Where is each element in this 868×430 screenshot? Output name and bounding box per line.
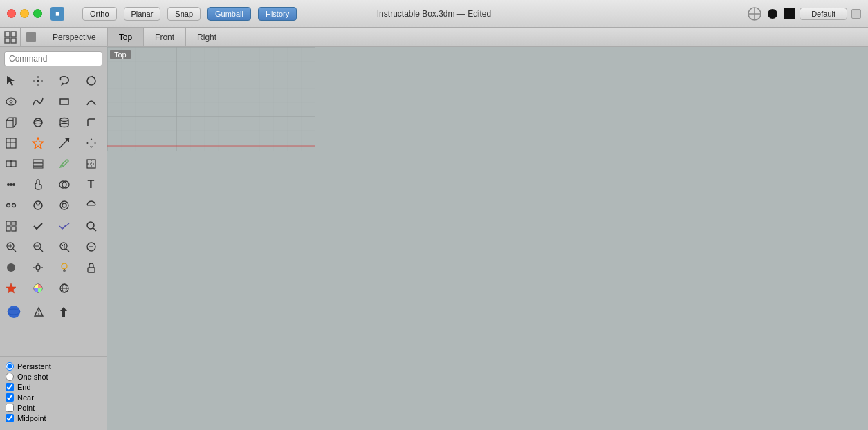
edit-tool[interactable] xyxy=(53,153,75,174)
target-tool[interactable] xyxy=(53,195,75,216)
midpoint-checkbox[interactable] xyxy=(6,414,14,422)
grid-sel-tool[interactable] xyxy=(0,216,22,236)
explode-tool[interactable] xyxy=(27,133,49,153)
view-rotate-tool[interactable] xyxy=(0,91,22,112)
planar-button[interactable]: Planar xyxy=(124,7,161,21)
cylinder-tool[interactable] xyxy=(53,112,75,133)
arrow-tool[interactable] xyxy=(53,133,75,153)
magnify-tool[interactable] xyxy=(80,216,102,236)
maximize-button[interactable] xyxy=(33,9,42,18)
persistent-label: Persistent xyxy=(17,362,51,371)
check2-tool[interactable] xyxy=(53,216,75,236)
svg-rect-78 xyxy=(88,268,95,272)
tab-right[interactable]: Right xyxy=(186,28,228,46)
svg-point-24 xyxy=(60,118,68,122)
svg-point-46 xyxy=(12,204,16,207)
viewport[interactable]: Top xyxy=(107,47,868,430)
svg-rect-9 xyxy=(26,32,36,42)
lasso-tool[interactable] xyxy=(53,71,75,91)
layer-tool[interactable] xyxy=(27,153,49,174)
grid-view-icon[interactable] xyxy=(0,28,21,46)
star-fill-tool[interactable] xyxy=(0,278,22,299)
history-button[interactable]: History xyxy=(258,7,297,21)
persistent-radio[interactable] xyxy=(6,362,14,371)
sphere2-tool[interactable] xyxy=(0,257,22,278)
end-label: End xyxy=(17,383,31,391)
svg-line-58 xyxy=(13,249,16,252)
dotdot-tool[interactable] xyxy=(0,174,22,195)
view-selector[interactable]: Default xyxy=(800,8,847,20)
point-checkbox[interactable] xyxy=(6,404,14,412)
layout-icon[interactable] xyxy=(21,28,41,46)
zoom-pan-tool[interactable] xyxy=(53,236,75,257)
magnify2-tool[interactable] xyxy=(80,236,102,257)
rotate-tool[interactable] xyxy=(80,71,102,91)
svg-rect-28 xyxy=(6,138,16,148)
arrow-up-tool[interactable] xyxy=(53,301,75,322)
fillet-tool[interactable] xyxy=(80,112,102,133)
svg-rect-34 xyxy=(33,160,43,162)
boolean-tool[interactable] xyxy=(53,174,75,195)
group-tool[interactable] xyxy=(0,153,22,174)
traffic-lights xyxy=(7,9,42,18)
grid: x y xyxy=(107,47,315,151)
svg-rect-52 xyxy=(12,221,16,225)
tab-top[interactable]: Top xyxy=(108,28,144,46)
lock-tool[interactable] xyxy=(80,257,102,278)
titlebar: ■ Ortho Planar Snap Gumball History Inst… xyxy=(0,0,868,28)
grab-tool[interactable] xyxy=(27,174,49,195)
half-circle-tool[interactable] xyxy=(80,195,102,216)
close-button[interactable] xyxy=(7,9,16,18)
svg-rect-87 xyxy=(107,47,315,151)
bulb-tool[interactable] xyxy=(53,257,75,278)
svg-point-40 xyxy=(7,183,10,186)
svg-rect-19 xyxy=(6,120,13,127)
globe-tool[interactable] xyxy=(53,278,75,299)
zoom-tool[interactable] xyxy=(0,236,22,257)
command-input[interactable] xyxy=(4,51,102,66)
tab-perspective[interactable]: Perspective xyxy=(41,28,108,46)
arc-tool[interactable] xyxy=(80,91,102,112)
svg-point-48 xyxy=(60,201,68,209)
select-tool[interactable] xyxy=(0,71,22,91)
orient-tool[interactable] xyxy=(80,153,102,174)
snap-panel: Persistent One shot End Near Point Midpo… xyxy=(0,356,107,430)
sphere-tool[interactable] xyxy=(27,112,49,133)
curve-tool[interactable] xyxy=(27,91,49,112)
rect-tool[interactable] xyxy=(53,91,75,112)
check-tool[interactable] xyxy=(27,216,49,236)
minimize-button[interactable] xyxy=(20,9,29,18)
near-checkbox[interactable] xyxy=(6,393,14,402)
snap-button[interactable]: Snap xyxy=(167,7,201,21)
window-resize-button[interactable] xyxy=(851,9,861,19)
box-tool[interactable] xyxy=(0,112,22,133)
text-tool[interactable]: T xyxy=(80,174,102,195)
circle-tool[interactable] xyxy=(27,195,49,216)
record-icon xyxy=(766,8,779,20)
move-tool[interactable] xyxy=(80,133,102,153)
svg-point-42 xyxy=(12,183,15,186)
sun-tool[interactable] xyxy=(27,257,49,278)
zoom-out-tool[interactable] xyxy=(27,236,49,257)
svg-point-10 xyxy=(37,80,39,82)
viewport-label: Top xyxy=(110,50,131,59)
tab-front[interactable]: Front xyxy=(144,28,186,46)
end-checkbox[interactable] xyxy=(6,383,14,391)
ortho-button[interactable]: Ortho xyxy=(82,7,117,21)
mesh-tool[interactable] xyxy=(0,133,22,153)
gumball-button[interactable]: Gumball xyxy=(207,7,251,21)
dot-a-tool[interactable] xyxy=(0,195,22,216)
window-title: Instructable Box.3dm — Edited xyxy=(377,9,491,19)
svg-point-27 xyxy=(60,124,68,127)
svg-point-23 xyxy=(34,121,42,124)
svg-point-74 xyxy=(62,263,67,269)
svg-rect-7 xyxy=(5,38,10,43)
triangle-tool[interactable] xyxy=(28,301,50,322)
color-wheel-tool[interactable] xyxy=(27,278,49,299)
point-tool[interactable] xyxy=(27,71,49,91)
svg-point-83 xyxy=(8,306,20,318)
svg-point-17 xyxy=(10,100,12,103)
svg-point-68 xyxy=(7,263,15,272)
oneshot-radio[interactable] xyxy=(6,373,14,381)
sphere-solid-tool[interactable] xyxy=(3,301,25,322)
